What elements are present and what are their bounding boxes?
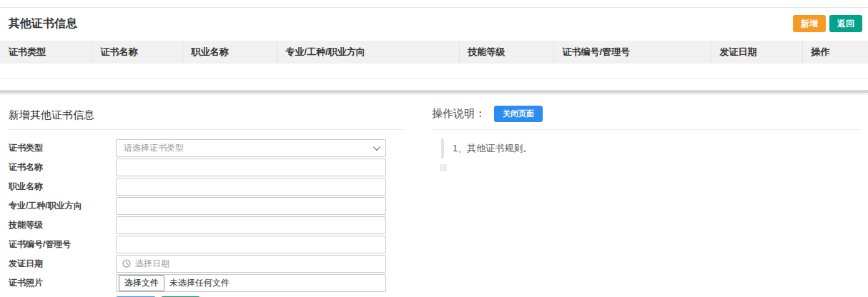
- form-row-skill-level: 技能等级: [9, 216, 404, 235]
- instruction-item: 1、其他证书规则。: [432, 139, 862, 158]
- toolbar: 新增 返回: [793, 15, 862, 32]
- instructions-header: 操作说明： 关闭页面: [432, 93, 862, 130]
- col-cert-type: 证书类型: [0, 41, 92, 64]
- cert-type-placeholder: 请选择证书类型: [124, 142, 184, 154]
- table-header-row: 证书类型 证书名称 职业名称 专业/工种/职业方向 技能等级 证书编号/管理号 …: [0, 41, 868, 64]
- issue-date-label: 发证日期: [9, 258, 116, 270]
- back-button[interactable]: 返回: [829, 15, 862, 32]
- add-certificate-panel: 新增其他证书信息 证书类型 请选择证书类型 证书名称 职业名称 专业/工种/职业…: [0, 93, 404, 297]
- instructions-panel: 操作说明： 关闭页面 1、其他证书规则。: [429, 93, 868, 171]
- occupation-name-input[interactable]: [116, 178, 386, 196]
- skill-level-input[interactable]: [116, 216, 386, 234]
- form-row-cert-photo: 证书照片 选择文件 未选择任何文件: [9, 273, 404, 293]
- form-title: 新增其他证书信息: [9, 93, 404, 130]
- instruction-accent-bar: [441, 139, 444, 158]
- cert-photo-label: 证书照片: [9, 277, 116, 289]
- specialty-label: 专业/工种/职业方向: [9, 200, 116, 212]
- cert-number-label: 证书编号/管理号: [9, 238, 116, 251]
- col-occupation-name: 职业名称: [182, 41, 277, 64]
- occupation-name-label: 职业名称: [9, 181, 116, 193]
- instruction-text: 1、其他证书规则。: [453, 139, 532, 158]
- cert-number-input[interactable]: [116, 236, 386, 253]
- issue-date-picker[interactable]: 选择日期: [116, 255, 386, 273]
- instructions-title: 操作说明：: [432, 107, 485, 121]
- specialty-input[interactable]: [116, 197, 386, 215]
- main-content: 新增其他证书信息 证书类型 请选择证书类型 证书名称 职业名称 专业/工种/职业…: [0, 93, 868, 297]
- add-certificate-form: 证书类型 请选择证书类型 证书名称 职业名称 专业/工种/职业方向 技能等级: [9, 139, 404, 297]
- col-specialty: 专业/工种/职业方向: [277, 41, 459, 64]
- form-row-occupation-name: 职业名称: [9, 177, 404, 196]
- form-row-cert-type: 证书类型 请选择证书类型: [9, 139, 404, 158]
- cert-name-label: 证书名称: [9, 161, 116, 173]
- clock-icon: [122, 259, 131, 268]
- cert-type-select[interactable]: 请选择证书类型: [116, 139, 386, 157]
- close-page-button[interactable]: 关闭页面: [494, 106, 543, 122]
- col-cert-name: 证书名称: [92, 41, 182, 64]
- certificates-table: 证书类型 证书名称 职业名称 专业/工种/职业方向 技能等级 证书编号/管理号 …: [0, 41, 868, 79]
- col-issue-date: 发证日期: [711, 41, 802, 64]
- col-cert-number: 证书编号/管理号: [553, 41, 711, 64]
- form-row-issue-date: 发证日期 选择日期: [9, 254, 404, 273]
- issue-date-placeholder: 选择日期: [135, 258, 169, 270]
- decoration-square: [440, 164, 447, 171]
- cert-photo-file-input[interactable]: 选择文件 未选择任何文件: [116, 274, 386, 292]
- cert-type-label: 证书类型: [9, 142, 116, 154]
- file-status-text: 未选择任何文件: [169, 277, 230, 289]
- col-skill-level: 技能等级: [459, 41, 553, 64]
- col-actions: 操作: [802, 41, 868, 64]
- top-strip: [0, 0, 868, 8]
- cert-name-input[interactable]: [116, 158, 386, 176]
- table-row-empty: [0, 64, 868, 78]
- list-header: 其他证书信息 新增 返回: [0, 8, 868, 41]
- add-button[interactable]: 新增: [793, 15, 826, 32]
- choose-file-button[interactable]: 选择文件: [119, 275, 164, 291]
- chevron-down-icon: [373, 144, 380, 151]
- form-row-cert-name: 证书名称: [9, 158, 404, 177]
- form-row-specialty: 专业/工种/职业方向: [9, 196, 404, 216]
- skill-level-label: 技能等级: [9, 219, 116, 231]
- page-title: 其他证书信息: [9, 16, 77, 31]
- form-row-cert-number: 证书编号/管理号: [9, 235, 404, 254]
